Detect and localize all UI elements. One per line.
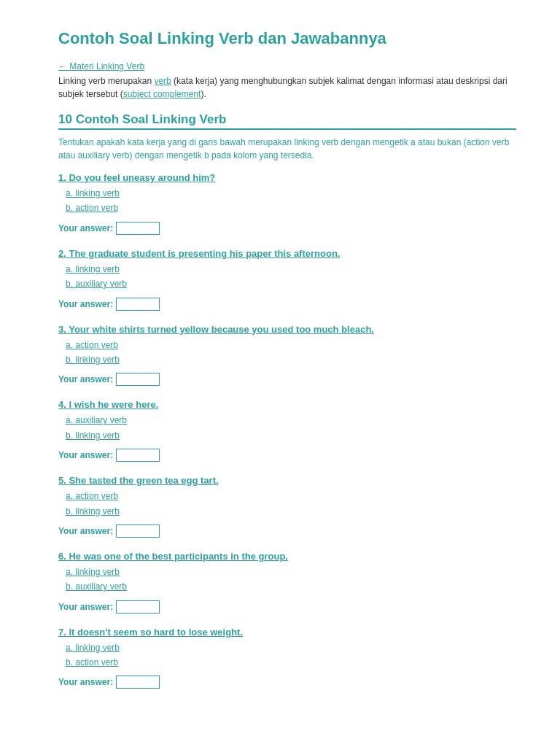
verb-link[interactable]: verb: [154, 76, 171, 86]
question-block-6: 6. He was one of the best participants i…: [58, 551, 516, 614]
instruction-text: Tentukan apakah kata kerja yang di garis…: [58, 137, 509, 160]
question-title-6: 6. He was one of the best participants i…: [58, 551, 516, 562]
answer-input-6[interactable]: [116, 600, 160, 614]
answer-input-7[interactable]: [116, 676, 160, 689]
option-7-a: a. linking verb: [66, 640, 516, 655]
option-5-a: a. action verb: [66, 489, 516, 503]
answer-label-2: Your answer:: [58, 299, 113, 309]
question-title-1: 1. Do you feel uneasy around him?: [58, 172, 516, 183]
answer-row-2: Your answer:: [58, 298, 516, 311]
answer-input-5[interactable]: [116, 525, 160, 538]
subject-complement-link[interactable]: subject complement: [123, 89, 201, 99]
answer-label-4: Your answer:: [58, 450, 113, 460]
intro-text: Linking verb merupakan verb (kata kerja)…: [58, 74, 516, 101]
answer-label-5: Your answer:: [58, 526, 113, 536]
option-3-b: b. linking verb: [66, 352, 516, 367]
back-link[interactable]: ← Materi Linking Verb: [58, 61, 516, 71]
page-title: Contoh Soal Linking Verb dan Jawabannya: [58, 29, 516, 48]
option-1-a: a. linking verb: [66, 186, 516, 201]
option-1-b: b. action verb: [66, 201, 516, 215]
question-title-7: 7. It doesn't seem so hard to lose weigh…: [58, 627, 516, 638]
question-title-5: 5. She tasted the green tea egg tart.: [58, 475, 516, 486]
question-title-2: 2. The graduate student is presenting hi…: [58, 248, 516, 259]
option-5-b: b. linking verb: [66, 504, 516, 519]
question-block-1: 1. Do you feel uneasy around him?a. link…: [58, 172, 516, 235]
option-3-a: a. action verb: [66, 338, 516, 352]
answer-row-3: Your answer:: [58, 373, 516, 386]
intro-after: ).: [201, 89, 206, 99]
question-title-4: 4. I wish he were here.: [58, 399, 516, 410]
answer-input-2[interactable]: [116, 298, 160, 311]
section-title: 10 Contoh Soal Linking Verb: [58, 112, 516, 130]
option-4-b: b. linking verb: [66, 428, 516, 443]
answer-input-3[interactable]: [116, 373, 160, 386]
question-block-7: 7. It doesn't seem so hard to lose weigh…: [58, 627, 516, 689]
question-block-3: 3. Your white shirts turned yellow becau…: [58, 324, 516, 387]
answer-row-7: Your answer:: [58, 676, 516, 689]
question-block-5: 5. She tasted the green tea egg tart.a. …: [58, 475, 516, 538]
answer-label-3: Your answer:: [58, 374, 113, 384]
answer-row-6: Your answer:: [58, 600, 516, 614]
answer-input-4[interactable]: [116, 449, 160, 462]
answer-row-1: Your answer:: [58, 222, 516, 235]
answer-row-4: Your answer:: [58, 449, 516, 462]
answer-label-6: Your answer:: [58, 602, 113, 612]
option-6-b: b. auxiliary verb: [66, 579, 516, 594]
option-6-a: a. linking verb: [66, 565, 516, 579]
answer-row-5: Your answer:: [58, 525, 516, 538]
answer-label-1: Your answer:: [58, 223, 113, 233]
answer-label-7: Your answer:: [58, 677, 113, 687]
question-block-4: 4. I wish he were here.a. auxiliary verb…: [58, 399, 516, 462]
option-4-a: a. auxiliary verb: [66, 413, 516, 427]
option-2-a: a. linking verb: [66, 262, 516, 276]
questions-container: 1. Do you feel uneasy around him?a. link…: [58, 172, 516, 689]
option-7-b: b. action verb: [66, 655, 516, 670]
question-block-2: 2. The graduate student is presenting hi…: [58, 248, 516, 311]
question-title-3: 3. Your white shirts turned yellow becau…: [58, 324, 516, 335]
intro-before: Linking verb merupakan: [58, 76, 154, 86]
instruction: Tentukan apakah kata kerja yang di garis…: [58, 136, 516, 162]
option-2-b: b. auxiliary verb: [66, 276, 516, 291]
answer-input-1[interactable]: [116, 222, 160, 235]
